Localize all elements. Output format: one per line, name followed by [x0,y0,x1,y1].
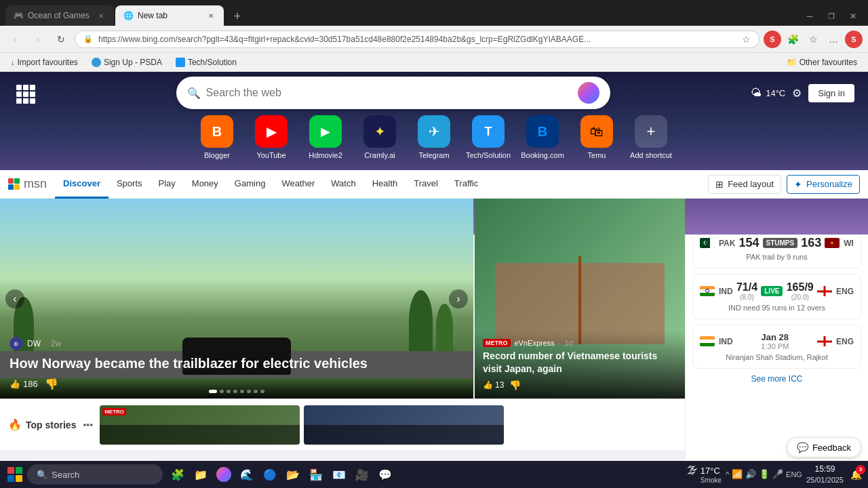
nav-item-travel[interactable]: Travel [406,170,446,199]
eng-lang-icon[interactable]: ENG [786,470,802,479]
shortcut-icon-hdmovie: ▶ [309,115,342,148]
nav-item-sports[interactable]: Sports [108,170,151,199]
nav-item-money[interactable]: Money [184,170,226,199]
close-button[interactable]: ✕ [844,9,863,23]
shortcut-telegram[interactable]: ✈ Telegram [411,115,457,159]
shortcut-blogger[interactable]: B Blogger [194,115,240,159]
ind-overs: (8.0) [736,293,757,301]
story-thumb-1[interactable]: METRO [100,405,300,445]
bookmark-import-favourites[interactable]: ↓ Import favourites [5,56,83,68]
bookmark-techsolution[interactable]: Tech/Solution [170,56,242,68]
side-article[interactable]: METRO eVnExpress · 1d Record number of V… [475,199,685,399]
forward-button[interactable]: › [28,30,47,49]
shortcut-add[interactable]: + Add shortcut [628,115,674,159]
taskbar-whatsapp[interactable]: 💬 [374,464,396,485]
copilot-icon[interactable] [578,82,599,104]
shortcut-techsolution[interactable]: T Tech/Solution [465,115,511,159]
settings-icon[interactable]: ⚙ [792,87,802,100]
personalize-button[interactable]: ✦ Personalize [787,175,860,194]
start-button[interactable] [4,464,26,485]
nav-item-gaming[interactable]: Gaming [226,170,274,199]
mic-icon[interactable]: 🎤 [772,469,783,479]
taskbar-files[interactable]: 📁 [190,464,212,485]
taskbar-edge[interactable]: 🌊 [236,464,258,485]
side-source-name: eVnExpress [515,339,555,347]
taskbar-weather-icon: 🌫 [687,464,698,476]
address-bar[interactable]: 🔒 https://www.bing.com/search?pglt=43&q=… [75,30,760,48]
network-icon[interactable]: 📶 [732,469,743,479]
settings-button[interactable]: … [825,30,842,48]
search-icon: 🔍 [187,87,201,100]
nav-item-play[interactable]: Play [151,170,184,199]
feed-layout-button[interactable]: ⊞ Feed layout [708,175,781,194]
side-article-overlay: METRO eVnExpress · 1d Record number of V… [475,331,685,399]
hero-prev-button[interactable]: ‹ [5,289,24,308]
taskbar-chrome[interactable]: 🔵 [259,464,281,485]
tab-bar: 🎮 Ocean of Games ✕ 🌐 New tab ✕ + ─ ❐ ✕ [0,0,868,26]
taskbar-files2[interactable]: 📂 [282,464,304,485]
hero-like-button[interactable]: 👍 186 [9,379,38,389]
more-stories-button[interactable]: ••• [83,420,93,430]
see-more-icc[interactable]: See more ICC [692,374,861,384]
match-card-3[interactable]: IND Jan 28 1:30 PM ENG [692,325,861,369]
profile-button[interactable]: S [845,30,863,48]
systray-icons: ^ 📶 🔊 🔋 🎤 ENG [726,469,802,479]
star-icon[interactable]: ☆ [742,34,751,45]
taskbar-widgets[interactable]: 🧩 [167,464,189,485]
reload-button[interactable]: ↻ [52,30,71,49]
extensions-button[interactable]: 🧩 [784,30,802,48]
team-wi: ✦ WI [825,238,854,248]
fire-icon: 🔥 [8,418,22,431]
shortcut-booking[interactable]: B Booking.com [519,115,566,159]
notification-center[interactable]: 🔔 3 [848,466,864,483]
back-button[interactable]: ‹ [5,30,24,49]
tab-new-tab[interactable]: 🌐 New tab ✕ [115,5,224,26]
nav-item-weather[interactable]: Weather [273,170,323,199]
battery-icon[interactable]: 🔋 [759,469,770,479]
story-thumb-2[interactable] [304,405,504,445]
clock-date: 25/01/2025 [806,475,844,485]
clock-display[interactable]: 15:59 25/01/2025 [806,464,844,485]
shortcut-icon-techsol: T [472,115,505,148]
shortcut-hdmovie[interactable]: ▶ Hdmovie2 [302,115,349,159]
apps-grid-button[interactable] [14,82,35,104]
match-card-2[interactable]: IND 71/4 (8.0) LIVE 165/9 (20.0) [692,274,861,319]
chevron-icon[interactable]: ^ [726,470,729,479]
favorites-button[interactable]: ☆ [804,30,822,48]
restore-button[interactable]: ❐ [822,9,841,23]
tab-close-2[interactable]: ✕ [206,11,216,20]
taskbar-store[interactable]: 🏪 [305,464,327,485]
hero-next-button[interactable]: › [449,289,468,308]
grid-dot-5 [23,92,28,97]
taskbar-weather-display[interactable]: 🌫 17°C Smoke [687,464,722,484]
shortcut-youtube[interactable]: ▶ YouTube [248,115,294,159]
other-favourites[interactable]: 📁 Other favourites [781,56,863,68]
bookmark-psda[interactable]: Sign Up - PSDA [86,56,167,68]
msn-logo[interactable]: msn [8,177,47,191]
hero-dislike-button[interactable]: 👎 [45,378,58,390]
side-dislike-button[interactable]: 👎 [509,380,521,390]
header-right: 🌤 14°C ⚙ Sign in [751,84,854,102]
extension-s[interactable]: S [764,30,781,48]
feedback-button[interactable]: 💬 Feedback [787,437,861,458]
tab-close-1[interactable]: ✕ [96,11,106,20]
taskbar-camera[interactable]: 🎥 [351,464,373,485]
taskbar-outlook[interactable]: 📧 [328,464,350,485]
nav-item-traffic[interactable]: Traffic [446,170,486,199]
new-tab-button[interactable]: + [228,7,247,26]
hero-main-article[interactable]: D DW · 2w How Norway became the trailbla… [0,199,473,399]
side-like-button[interactable]: 👍 13 [483,380,504,390]
shortcut-cramly[interactable]: ✦ Cramly.ai [357,115,403,159]
taskbar-search-box[interactable]: 🔍 Search [27,464,163,485]
shortcut-temu[interactable]: 🛍 Temu [574,115,620,159]
search-box[interactable]: 🔍 [176,77,610,109]
search-input[interactable] [206,87,572,99]
minimize-button[interactable]: ─ [800,9,819,23]
tab-ocean-of-games[interactable]: 🎮 Ocean of Games ✕ [5,5,114,26]
sound-icon[interactable]: 🔊 [745,469,756,479]
nav-item-watch[interactable]: Watch [323,170,363,199]
nav-item-discover[interactable]: Discover [55,170,108,199]
nav-item-health[interactable]: Health [364,170,406,199]
signin-button[interactable]: Sign in [808,84,854,102]
taskbar-copilot[interactable] [213,464,235,485]
